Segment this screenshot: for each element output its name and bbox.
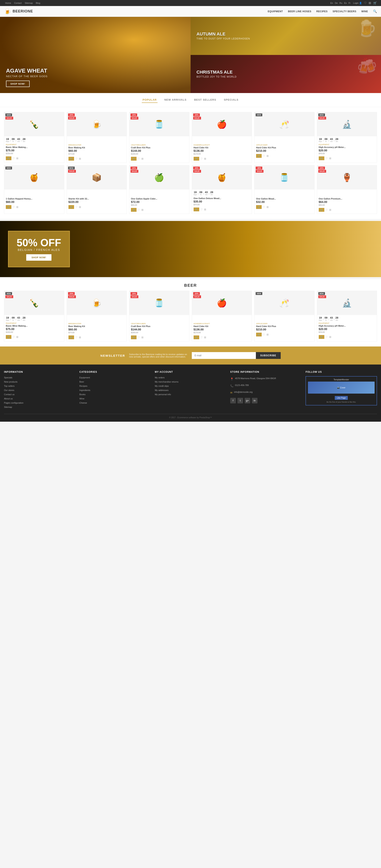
add-to-cart-button[interactable]: 🛒 [131, 336, 137, 339]
tab-popular[interactable]: POPULAR [142, 97, 158, 103]
add-to-cart-button[interactable]: 🛒 [256, 154, 262, 158]
wishlist-button[interactable]: ♡ [75, 336, 78, 339]
add-to-cart-button[interactable]: 🛒 [319, 335, 324, 339]
wishlist-button[interactable]: ♡ [325, 157, 328, 160]
wishlist-button[interactable]: ♡ [263, 206, 265, 209]
compare-button[interactable]: ⊞ [204, 157, 206, 160]
tab-best-sellers[interactable]: BEST SELLERS [194, 97, 217, 103]
newsletter-subscribe-button[interactable]: SUBSCRIBE [256, 352, 281, 359]
add-to-cart-button[interactable]: 🛒 [319, 208, 324, 212]
nav-specialty-beers[interactable]: SPECIALTY BEERS [333, 10, 356, 13]
nav-contact[interactable]: Contact [14, 2, 22, 4]
add-to-cart-button[interactable]: 🛒 [68, 157, 74, 161]
footer-cat-link[interactable]: Beer [79, 380, 84, 383]
compare-button[interactable]: ⊞ [329, 157, 331, 160]
compare-button[interactable]: ⊞ [329, 336, 331, 338]
compare-button[interactable]: ⊞ [267, 154, 269, 157]
nav-wine[interactable]: WINE [361, 10, 368, 13]
lang-en[interactable]: En [331, 2, 333, 4]
compare-button[interactable]: ⊞ [267, 333, 269, 336]
facebook-icon[interactable]: f [230, 398, 236, 403]
wishlist-button[interactable]: ♡ [75, 206, 78, 209]
wishlist-button[interactable]: ♡ [263, 154, 265, 157]
compare-button[interactable]: ⊞ [204, 208, 206, 211]
add-to-cart-button[interactable]: 🛒 [256, 205, 262, 209]
google-plus-icon[interactable]: g+ [245, 398, 250, 403]
nav-sitemap[interactable]: Sitemap [25, 2, 33, 4]
footer-info-link[interactable]: Top sellers [4, 385, 14, 387]
wishlist-button[interactable]: ♡ [138, 157, 140, 160]
footer-cat-link[interactable]: Equipment [79, 376, 90, 379]
wishlist-button[interactable]: ♡ [325, 336, 328, 338]
language-selector[interactable]: En De Ru Es Fr [330, 2, 351, 4]
footer-account-link[interactable]: My credit slips [155, 385, 169, 387]
nav-home[interactable]: Home [5, 2, 11, 4]
add-to-cart-button[interactable]: 🛒 [6, 335, 11, 339]
compare-button[interactable]: ⊞ [16, 157, 19, 160]
compare-button[interactable]: ⊞ [267, 206, 269, 209]
footer-account-link[interactable]: My personal info [155, 393, 171, 396]
compare-button[interactable]: ⊞ [141, 157, 144, 160]
twitter-icon[interactable]: t [237, 398, 243, 403]
compare-button[interactable]: ⊞ [16, 336, 19, 338]
footer-account-link[interactable]: My merchandise returns [155, 380, 178, 383]
add-to-cart-button[interactable]: 🛒 [68, 205, 74, 209]
promo-cta-button[interactable]: SHOP NOW! [26, 254, 51, 261]
footer-info-link[interactable]: New products [4, 380, 18, 383]
wishlist-button[interactable]: ♡ [200, 157, 203, 160]
footer-info-link[interactable]: Our stores [4, 389, 14, 392]
wishlist-button[interactable]: ♡ [12, 157, 15, 160]
logo[interactable]: 🍺 BEERIONE [4, 8, 33, 14]
footer-cat-link[interactable]: Recipes [79, 385, 88, 387]
wishlist-button[interactable]: ♡ [12, 206, 15, 209]
wishlist-button[interactable]: ♡ [263, 333, 265, 336]
add-to-cart-button[interactable]: 🛒 [256, 333, 262, 337]
wishlist-button[interactable]: ♡ [200, 208, 203, 211]
footer-info-link[interactable]: Sitemap [4, 406, 12, 408]
cart-icon[interactable]: 🛒 [373, 1, 377, 5]
lang-ru[interactable]: Ru [340, 2, 342, 4]
footer-account-link[interactable]: My addresses [155, 389, 168, 392]
compare-button[interactable]: ⊞ [79, 157, 81, 160]
nav-equipment[interactable]: EQUIPMENT [268, 10, 283, 13]
newsletter-email-input[interactable] [192, 352, 256, 359]
compare-icon[interactable]: ⊞ [369, 1, 371, 5]
compare-button[interactable]: ⊞ [141, 336, 144, 339]
linkedin-icon[interactable]: in [252, 398, 257, 403]
lang-de[interactable]: De [335, 2, 338, 4]
footer-cat-link[interactable]: Books [79, 393, 86, 396]
wishlist-button[interactable]: ♡ [200, 336, 203, 339]
compare-button[interactable]: ⊞ [79, 206, 81, 209]
add-to-cart-button[interactable]: 🛒 [131, 208, 137, 212]
wishlist-icon[interactable]: ♡ [364, 1, 367, 5]
hero-cta-button[interactable]: SHOP NOW! [6, 81, 30, 87]
compare-button[interactable]: ⊞ [329, 208, 331, 211]
compare-button[interactable]: ⊞ [79, 336, 81, 339]
add-to-cart-button[interactable]: 🛒 [131, 157, 137, 161]
wishlist-button[interactable]: ♡ [12, 336, 15, 338]
add-to-cart-button[interactable]: 🛒 [194, 336, 199, 339]
compare-button[interactable]: ⊞ [204, 336, 206, 339]
compare-button[interactable]: ⊞ [141, 208, 144, 211]
tab-specials[interactable]: SPECIALS [223, 97, 239, 103]
like-page-button[interactable]: Like Page [335, 396, 348, 400]
footer-cat-link[interactable]: Cheese [79, 402, 87, 404]
footer-info-link[interactable]: Specials [4, 376, 12, 379]
add-to-cart-button[interactable]: 🛒 [6, 156, 11, 160]
tab-new-arrivals[interactable]: NEW ARRIVALS [164, 97, 187, 103]
nav-beer-line-hoses[interactable]: BEER LINE HOSES [288, 10, 311, 13]
search-icon[interactable]: 🔍 [373, 9, 377, 13]
lang-es[interactable]: Es [344, 2, 347, 4]
footer-info-link[interactable]: About us [4, 397, 12, 400]
wishlist-button[interactable]: ♡ [138, 208, 140, 211]
lang-fr[interactable]: Fr [349, 2, 351, 4]
add-to-cart-button[interactable]: 🛒 [319, 156, 324, 160]
wishlist-button[interactable]: ♡ [325, 208, 328, 211]
compare-button[interactable]: ⊞ [16, 206, 19, 209]
footer-info-link[interactable]: Contact us [4, 393, 14, 396]
add-to-cart-button[interactable]: 🛒 [6, 205, 11, 209]
add-to-cart-button[interactable]: 🛒 [194, 157, 199, 161]
wishlist-button[interactable]: ♡ [138, 336, 140, 339]
footer-account-link[interactable]: My orders [155, 376, 165, 379]
login-button[interactable]: Login 👤 [353, 2, 362, 4]
